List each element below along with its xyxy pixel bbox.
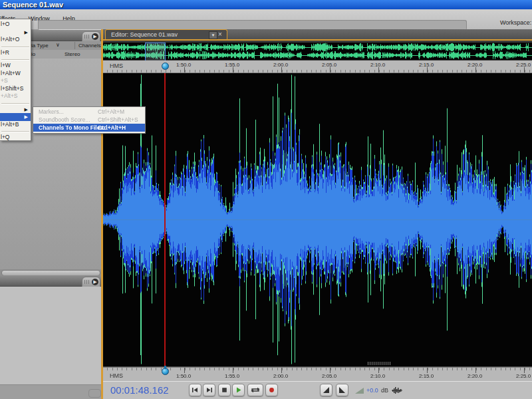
column-divider[interactable] [74, 42, 75, 49]
fade-out-button[interactable] [336, 384, 348, 396]
lower-panel-header[interactable]: ▶ [0, 275, 101, 287]
submenu-arrow-icon: ▶ [25, 113, 28, 121]
file-menu-item[interactable]: l+Alt+B [0, 121, 31, 129]
fade-in-button[interactable] [320, 384, 332, 396]
go-to-start-button[interactable] [189, 384, 201, 396]
file-menu-item[interactable]: l+Shift+S [0, 85, 31, 93]
editor-panel: Editor: Sequence 01.wav ▼ × HMS 1:50.01:… [101, 29, 532, 399]
major-tick [233, 67, 233, 72]
lower-panel-body [0, 287, 101, 384]
title-bar[interactable]: Sequence 01.wav [0, 0, 532, 9]
stop-button[interactable] [218, 384, 231, 396]
file-menu-item: +Alt+S [0, 92, 31, 100]
loop-button[interactable] [247, 384, 263, 396]
file-menu-item[interactable]: ▶ [0, 29, 31, 37]
major-tick [427, 368, 428, 373]
grip-dots-icon [84, 280, 90, 284]
play-button[interactable] [232, 384, 245, 396]
tick-label: 2:25.0 [516, 373, 531, 379]
column-media-type[interactable]: ia Type [31, 43, 49, 49]
fade-out-icon [338, 386, 346, 394]
tick-label: 2:15.0 [419, 62, 434, 68]
menu-item-label: Markers... [39, 108, 64, 116]
menu-item-label: Soundbooth Score... [39, 116, 90, 124]
tab-close-icon[interactable]: × [218, 31, 222, 39]
file-menu-item[interactable]: l+R [0, 49, 31, 57]
workspace-label[interactable]: Workspace: [500, 19, 531, 26]
master-volume-icon[interactable] [392, 386, 402, 395]
tick-label: 2:00.0 [273, 373, 288, 379]
editor-tab-label: Editor: Sequence 01.wav [111, 31, 178, 38]
menu-shortcut: l+Shift+S [1, 85, 24, 93]
major-tick [233, 368, 233, 373]
tab-dropdown-icon[interactable]: ▼ [209, 31, 217, 39]
lower-panel-tab[interactable]: ▶ [82, 277, 100, 287]
waveform-display[interactable] [103, 73, 532, 366]
tick-label: 2:25.0 [516, 62, 531, 68]
file-menu-item[interactable]: l+Q [0, 134, 31, 142]
play-icon [234, 386, 243, 394]
skip-back-icon [191, 386, 200, 394]
go-to-end-button[interactable] [203, 384, 215, 396]
tick-label: 1:55.0 [225, 62, 239, 68]
file-menu-item[interactable]: ▶ [0, 113, 31, 121]
cell-media-type: io [31, 51, 35, 57]
record-icon [267, 386, 276, 394]
files-panel-tab[interactable]: ▶ [82, 31, 100, 42]
files-panel-menu-icon[interactable]: ▶ [92, 33, 98, 40]
tab-editor[interactable]: Editor: Sequence 01.wav ▼ × [105, 29, 227, 39]
file-menu-item[interactable]: l+Alt+O [0, 36, 31, 44]
stop-icon [220, 386, 229, 394]
collapsed-tab-outline[interactable] [88, 389, 101, 398]
submenu-item-channels-to-mono-files[interactable]: Channels To Mono Files...Ctrl+Alt+H [33, 124, 145, 132]
tick-label: 2:05.0 [322, 62, 336, 68]
file-menu-item[interactable]: l+Alt+W [0, 70, 31, 78]
menu-shortcut: l+Alt+B [1, 121, 19, 129]
menu-shortcut: Ctrl+Shift+Alt+S [98, 116, 138, 124]
loop-icon [249, 386, 261, 394]
column-channels[interactable]: Channels [78, 43, 101, 49]
menu-shortcut: l+Alt+O [1, 36, 19, 44]
submenu-arrow-icon: ▶ [25, 29, 28, 37]
minor-ticks [103, 70, 532, 72]
editor-header: Editor: Sequence 01.wav ▼ × [103, 29, 532, 41]
view-range-selector[interactable] [145, 43, 166, 61]
major-tick [524, 368, 525, 373]
menu-separator [0, 128, 31, 134]
files-horizontal-scrollbar[interactable] [0, 269, 101, 275]
tick-label: 2:00.0 [273, 62, 288, 68]
tick-label: 2:15.0 [419, 373, 434, 379]
tick-label: 2:20.0 [467, 373, 482, 379]
app-window: Sequence 01.wav Effects Window Help Work… [0, 0, 532, 399]
volume-ramp-icon[interactable] [354, 387, 364, 394]
overview-strip[interactable] [103, 41, 532, 61]
file-menu-item[interactable]: l+W [0, 62, 31, 70]
zoom-bar-grip-icon[interactable] [368, 362, 390, 365]
menu-shortcut: +S [1, 77, 8, 85]
sort-arrow-icon[interactable]: ∨ [56, 42, 60, 48]
file-menu-item[interactable]: l+O [0, 21, 31, 29]
submenu-arrow-icon: ▶ [25, 106, 28, 114]
time-display[interactable]: 00:01:48.162 [110, 384, 169, 396]
playhead-line[interactable] [164, 73, 166, 366]
cell-channels: Stereo [65, 51, 80, 57]
zero-amplitude-line [103, 219, 532, 220]
file-menu-item[interactable]: ▶ [0, 106, 31, 114]
major-tick [184, 368, 185, 373]
major-tick [184, 67, 185, 72]
grip-dots-icon [84, 35, 90, 39]
major-tick [330, 67, 331, 72]
playhead-marker-bottom[interactable] [162, 368, 169, 375]
lower-panel-menu-icon[interactable]: ▶ [92, 279, 98, 285]
tick-label: 2:10.0 [370, 373, 385, 379]
playhead-marker-top[interactable] [162, 63, 169, 70]
volume-value[interactable]: +0.0 [366, 387, 378, 394]
tick-label: 1:50.0 [176, 373, 191, 379]
record-button[interactable] [265, 384, 278, 396]
ruler-unit-label: HMS [110, 372, 123, 379]
menu-shortcut: l+R [1, 49, 9, 57]
tick-label: 1:50.0 [176, 62, 191, 68]
major-tick [378, 368, 379, 373]
overview-waveform-canvas[interactable] [103, 43, 532, 60]
submenu-item-soundbooth-score: Soundbooth Score...Ctrl+Shift+Alt+S [33, 116, 145, 124]
